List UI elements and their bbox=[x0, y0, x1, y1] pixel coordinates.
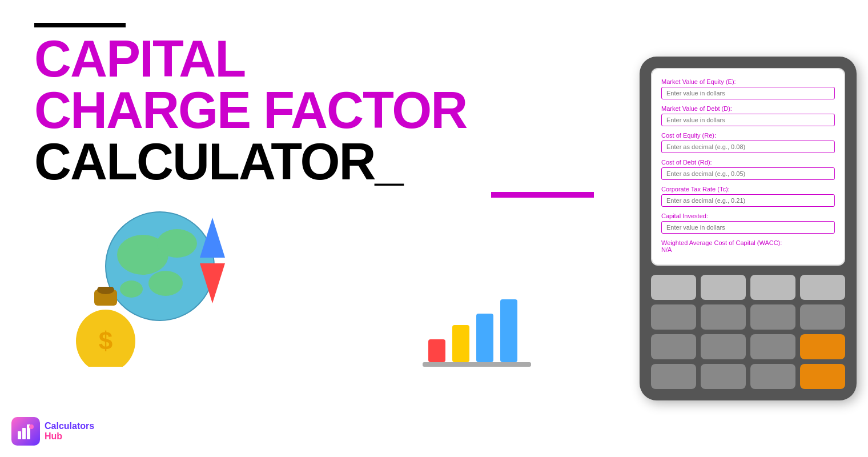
svg-text:$: $ bbox=[99, 327, 112, 355]
logo: Calculators Hub bbox=[11, 417, 94, 446]
svg-point-3 bbox=[157, 229, 197, 258]
calc-btn-1[interactable] bbox=[651, 275, 696, 300]
title-line3: CALCULATOR_ bbox=[34, 136, 594, 198]
wacc-result: Weighted Average Cost of Capital (WACC):… bbox=[661, 239, 835, 253]
calc-btn-7[interactable] bbox=[750, 304, 795, 330]
calc-btn-10[interactable] bbox=[701, 334, 746, 359]
svg-rect-13 bbox=[423, 362, 531, 367]
calc-btn-4[interactable] bbox=[800, 275, 845, 300]
equity-label: Market Value of Equity (E): bbox=[661, 78, 835, 85]
left-section: CAPITAL CHARGE FACTOR CALCULATOR_ bbox=[0, 0, 628, 457]
cost-equity-label: Cost of Equity (Re): bbox=[661, 132, 835, 139]
calc-btn-equals-bottom[interactable] bbox=[800, 364, 845, 389]
cost-debt-input[interactable] bbox=[661, 167, 835, 180]
debt-field: Market Value of Debt (D): bbox=[661, 105, 835, 126]
title-line1: CAPITAL bbox=[34, 33, 594, 85]
capital-invested-input[interactable] bbox=[661, 221, 835, 234]
bar-chart-icon bbox=[423, 287, 537, 369]
logo-top: Calculators bbox=[45, 421, 94, 431]
calc-btn-14[interactable] bbox=[750, 364, 795, 389]
capital-invested-label: Capital Invested: bbox=[661, 213, 835, 219]
svg-marker-7 bbox=[200, 218, 225, 258]
cost-debt-label: Cost of Debt (Rd): bbox=[661, 159, 835, 166]
svg-rect-14 bbox=[428, 339, 445, 362]
calc-btn-6[interactable] bbox=[701, 304, 746, 330]
equity-input[interactable] bbox=[661, 87, 835, 99]
calc-btn-equals-top[interactable] bbox=[800, 334, 845, 359]
logo-bottom: Hub bbox=[45, 431, 94, 442]
capital-invested-field: Capital Invested: bbox=[661, 213, 835, 234]
svg-rect-17 bbox=[500, 299, 517, 362]
svg-rect-15 bbox=[452, 325, 469, 362]
calculator-screen: Market Value of Equity (E): Market Value… bbox=[651, 68, 845, 266]
debt-label: Market Value of Debt (D): bbox=[661, 105, 835, 112]
calc-btn-9[interactable] bbox=[651, 334, 696, 359]
cost-equity-field: Cost of Equity (Re): bbox=[661, 132, 835, 153]
illustration: $ bbox=[34, 209, 594, 369]
money-bag-icon: $ bbox=[74, 287, 137, 369]
debt-input[interactable] bbox=[661, 114, 835, 126]
title-bar bbox=[34, 23, 126, 27]
calculator: Market Value of Equity (E): Market Value… bbox=[640, 57, 857, 400]
calculator-buttons bbox=[651, 275, 845, 389]
svg-rect-16 bbox=[476, 314, 493, 362]
logo-icon bbox=[11, 417, 40, 446]
cost-debt-field: Cost of Debt (Rd): bbox=[661, 159, 835, 180]
tax-rate-input[interactable] bbox=[661, 194, 835, 207]
wacc-label: Weighted Average Cost of Capital (WACC): bbox=[661, 239, 835, 246]
calc-btn-12[interactable] bbox=[651, 364, 696, 389]
tax-rate-field: Corporate Tax Rate (Tc): bbox=[661, 186, 835, 207]
arrow-up-icon bbox=[200, 218, 226, 258]
calc-btn-8[interactable] bbox=[800, 304, 845, 330]
calc-btn-13[interactable] bbox=[701, 364, 746, 389]
svg-point-4 bbox=[148, 271, 183, 296]
tax-rate-label: Corporate Tax Rate (Tc): bbox=[661, 186, 835, 193]
svg-point-21 bbox=[29, 424, 34, 429]
svg-rect-18 bbox=[18, 431, 21, 439]
arrow-down-icon bbox=[200, 263, 226, 303]
svg-marker-8 bbox=[200, 263, 225, 303]
title-line2: CHARGE FACTOR bbox=[34, 85, 594, 136]
calc-btn-2[interactable] bbox=[701, 275, 746, 300]
right-section: Market Value of Equity (E): Market Value… bbox=[628, 0, 868, 457]
svg-rect-19 bbox=[22, 428, 26, 439]
wacc-value: N/A bbox=[661, 246, 835, 253]
logo-text: Calculators Hub bbox=[45, 421, 94, 442]
calc-btn-3[interactable] bbox=[750, 275, 795, 300]
calc-btn-5[interactable] bbox=[651, 304, 696, 330]
calc-btn-11[interactable] bbox=[750, 334, 795, 359]
logo-graphic bbox=[17, 422, 35, 440]
equity-field: Market Value of Equity (E): bbox=[661, 78, 835, 99]
cost-equity-input[interactable] bbox=[661, 141, 835, 153]
